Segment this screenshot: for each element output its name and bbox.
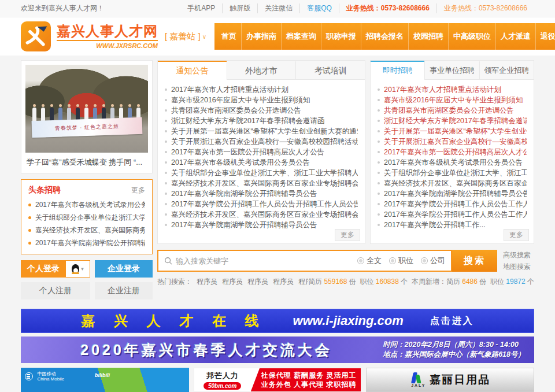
qq-login-dropdown[interactable]: ▾ [66,260,90,278]
scope-radio[interactable]: 职位 [389,256,413,266]
ad-china-mobile[interactable]: 中国移动China Mobile bilibili 移动花卡 季度会员 [21,368,189,392]
nav-item[interactable]: 招聘会报名 [361,23,408,50]
company-register-button[interactable]: 企业注册 [95,282,153,299]
notice-item[interactable]: 2017年嘉兴学院南湖学院公开招聘辅导员公告 [165,188,358,199]
banner-jiaxing-talent-online[interactable]: 嘉 兴 人 才 在 线 www.i-jiaxing.com 点击进入 [21,309,534,333]
advanced-search-link[interactable]: 高级搜索 [503,250,534,260]
scope-radio[interactable]: 全文 [357,256,382,266]
company-login-button[interactable]: 企业登录 [95,260,153,278]
bullet-icon [165,182,167,184]
headline-item[interactable]: 关于组织部分企事业单位赴浙江大学... [28,211,145,224]
photo-caption[interactable]: 学子回“嘉”感受禾城蝶变 携手同 “... [25,153,148,169]
station-switcher[interactable]: [ 嘉善站 ] ∨ [165,31,206,42]
bangmang-name: 邦芒人力 [206,371,239,381]
hot-search-word[interactable]: 程序员 [197,277,217,287]
qq-penguin-icon [72,264,79,273]
search-button[interactable]: 搜索 [452,250,497,272]
hot-search-word[interactable]: 程序员 [222,277,243,287]
bullet-icon [165,109,167,112]
notice-item[interactable]: 嘉兴市级2016年应届大中专毕业生报到须知 [165,95,358,105]
personal-login-button[interactable]: 个人登录 [21,260,66,278]
notice-item[interactable]: 嘉兴经济技术开发区、嘉兴国际商务区百家企业专场招聘会公告 [165,209,358,220]
nav-item[interactable]: 退役军人招聘 [535,23,555,50]
headline-item[interactable]: 2017年嘉兴市各级机关考试录用公务... [28,198,145,211]
job-item[interactable]: 2017年嘉兴学院南湖学院公开招聘辅导员公告 [378,188,527,199]
tab[interactable]: 即时招聘 [371,61,424,80]
bullet-icon [165,172,167,174]
tab[interactable]: 通知公告 [158,61,227,80]
nav-item[interactable]: 人才派遣 [495,23,535,50]
topbar-link[interactable]: 触屏版 [222,3,257,13]
hot-search-word[interactable]: 程序员 [247,277,268,287]
bullet-icon [165,161,167,164]
topbar-link[interactable]: 手机APP [180,3,222,13]
map-search-link[interactable]: 地图搜索 [503,262,534,272]
notices-list: 2017年嘉兴市人才招聘重点活动计划嘉兴市级2016年应届大中专毕业生报到须知共… [158,80,365,230]
notice-item[interactable]: 共青团嘉兴市南湖区委员会公开选调公告 [165,105,358,116]
nav-item[interactable]: 档案查询 [281,23,321,50]
job-item[interactable]: 2017年嘉兴学院公开招聘工作人员公告工作人员... [378,199,527,209]
hot-search-word[interactable]: 程序员 [298,277,308,287]
tab[interactable]: 考试培训 [295,61,365,79]
tab[interactable]: 领军企业招聘 [479,61,534,79]
search-input[interactable] [176,257,350,265]
bullet-icon [378,151,380,153]
nav-item[interactable]: 职称申报 [321,23,361,50]
job-item[interactable]: 共青团嘉兴市南湖区委员会公开选调公告 [378,105,527,116]
topbar-links: 手机APP触屏版关注微信客服QQ [180,3,339,13]
news-photo[interactable]: 青春筑梦 · 红色之嘉之旅 [25,65,148,153]
headline-more-link[interactable]: 更多 [131,186,145,195]
job-item[interactable]: 2017年嘉兴市第一医院公开招聘高层次人才公告 [378,147,527,157]
welcome-text: 欢迎来到嘉兴人事人才网！ [21,3,104,13]
scope-radio[interactable]: 公司 [421,256,445,266]
banner-spring-job-fair[interactable]: 2020年嘉兴市春季人才交流大会 时间：2020年2月8日（周六）8:30 - … [21,336,534,363]
job-item[interactable]: 关于开展浙江嘉兴百家企业高校行—安徽高校校园... [378,136,527,147]
notice-item[interactable]: 2017年嘉兴市人才招聘重点活动计划 [165,84,358,95]
bullet-icon [378,88,380,91]
notice-item[interactable]: 2017年嘉兴学院南湖学院公开招聘辅导员公告 [165,220,358,230]
notice-item[interactable]: 2017年嘉兴市各级机关考试录用公务员公告 [165,157,358,168]
nav-item[interactable]: 校园招聘 [408,23,448,50]
ad-jiali[interactable]: JALY 嘉丽日用品 [366,368,534,392]
job-item[interactable]: 关于开展第一届嘉兴港区“希望杯”大学生创业创... [378,126,527,136]
tab[interactable]: 事业单位招聘 [424,61,479,79]
notice-item[interactable]: 2017年嘉兴学院公开招聘工作人员公告开招聘工作人员公告开... [165,199,358,209]
job-item[interactable]: 浙江财经大学东方学院2017年春季招聘会邀请函 [378,116,527,126]
notice-item[interactable]: 浙江财经大学东方学院2017年春季招聘会邀请函 [165,116,358,126]
radio-icon [357,257,364,264]
notice-item[interactable]: 关于组织部分企事业单位赴浙江大学、浙江工业大学招聘人才的... [165,168,358,178]
job-item[interactable]: 2017年嘉兴学院公开招聘工作人员公告工作人员... [378,209,527,220]
job-item[interactable]: 嘉兴市级2016年应届大中专毕业生报到须知 [378,95,527,105]
chevron-down-icon: ∨ [202,34,206,40]
job-item[interactable]: 关于组织部分企事业单位赴浙江大学、浙江工业大... [378,168,527,178]
banner2-title: 2020年嘉兴市春季人才交流大会 [30,341,383,360]
notice-item[interactable]: 关于开展浙江嘉兴百家企业高校行—安徽高校校园招聘活动的通... [165,136,358,147]
headline-jobs-panel: 头条招聘 更多 2017年嘉兴市各级机关考试录用公务...关于组织部分企事业单位… [21,179,153,254]
headline-item[interactable]: 嘉兴经济技术开发区、嘉兴国际商务... [28,224,145,236]
job-item[interactable]: 2017年嘉兴市人才招聘重点活动计划 [378,84,527,95]
nav-item[interactable]: 中高级职位 [448,23,495,50]
bullet-icon [378,193,380,195]
headline-item[interactable]: 2017年嘉兴学院南湖学院公开招聘辅... [28,236,145,249]
nav-item[interactable]: 首页 [217,23,241,50]
jobs-list: 2017年嘉兴市人才招聘重点活动计划嘉兴市级2016年应届大中专毕业生报到须知共… [371,80,534,230]
job-item[interactable]: 嘉兴经济技术开发区、嘉兴国际商务区百家企业专... [378,178,527,188]
ad-bangmang-hr[interactable]: 邦芒人力 50bm.com 社保代理 薪酬服务 灵活用工 业务外包 人事代理 求… [194,368,362,392]
notice-item[interactable]: 2017年嘉兴市第一医院公开招聘高层次人才公告 [165,147,358,157]
notice-item[interactable]: 关于开展第一届嘉兴港区“希望杯”大学生创业创新大赛的通知 [165,126,358,136]
hot-search-word[interactable]: 程序员 [273,277,294,287]
job-item[interactable]: 2017年嘉兴市各级机关考试录用公务员公告 [378,157,527,168]
bullet-icon [28,229,31,232]
bullet-icon [28,216,31,219]
nav-item[interactable]: 办事指南 [241,23,281,50]
topbar-link[interactable]: 客服QQ [299,3,339,13]
tab[interactable]: 外地才市 [227,61,296,79]
topbar-link[interactable]: 关注微信 [257,3,299,13]
jobs-more-link[interactable]: 更多 [504,229,529,241]
site-logo[interactable] [21,21,51,51]
notices-more-link[interactable]: 更多 [335,229,360,241]
personal-register-button[interactable]: 个人注册 [21,282,90,299]
search-icon [164,257,172,265]
bilibili-logo-text: bilibili [95,372,110,378]
notice-item[interactable]: 嘉兴经济技术开发区、嘉兴国际商务区百家企业专场招聘会公告 [165,178,358,188]
